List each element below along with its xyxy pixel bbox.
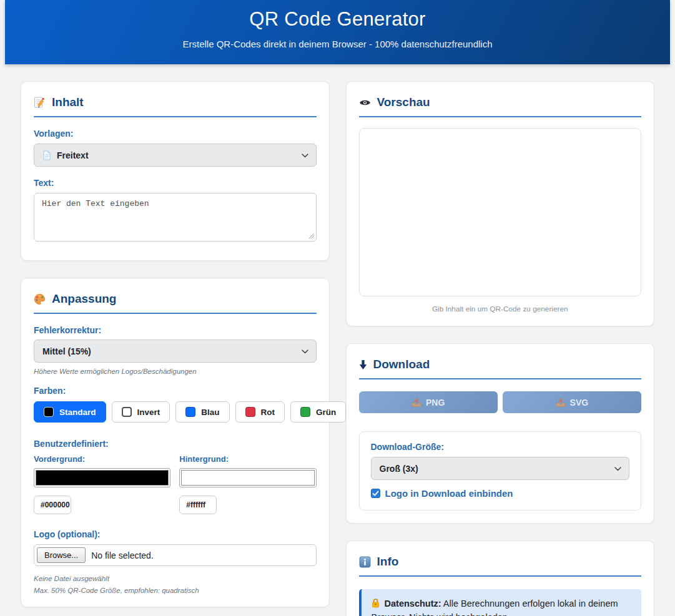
eye-icon: [359, 99, 371, 107]
templates-label: Vorlagen:: [34, 129, 317, 139]
color-preset-rot[interactable]: Rot: [235, 401, 285, 423]
download-png-button[interactable]: PNG: [359, 391, 498, 413]
background-hex-input[interactable]: [179, 496, 217, 514]
checkbox-checked-icon[interactable]: [371, 489, 380, 498]
download-size-label: Download-Größe:: [371, 442, 630, 452]
download-card: Download PNG SVG: [346, 343, 655, 524]
info-icon: [359, 556, 371, 568]
left-column: Inhalt Vorlagen: Freitext Text:: [21, 81, 330, 607]
page-title: QR Code Generator: [5, 0, 670, 31]
custom-colors-label: Benutzerdefiniert:: [34, 439, 317, 449]
main-content: Inhalt Vorlagen: Freitext Text:: [5, 64, 670, 616]
download-svg-button[interactable]: SVG: [503, 391, 641, 413]
color-preset-standard[interactable]: Standard: [34, 401, 106, 423]
qr-preview-box: [359, 128, 642, 296]
color-swatch: [44, 407, 54, 417]
chevron-down-icon: [302, 350, 308, 354]
customize-card-title: Anpassung: [34, 292, 317, 314]
color-swatch: [122, 407, 132, 417]
content-card-title: Inhalt: [34, 95, 317, 117]
file-hint-1: Keine Datei ausgewählt: [34, 575, 317, 582]
download-buttons-row: PNG SVG: [359, 391, 642, 413]
chevron-down-icon: [614, 467, 621, 471]
lock-icon: [372, 599, 380, 608]
text-label: Text:: [34, 178, 317, 188]
download-card-title: Download: [359, 358, 642, 379]
templates-select[interactable]: Freitext: [34, 144, 317, 167]
color-swatch: [185, 407, 195, 417]
privacy-alert: Datenschutz: Alle Berechnungen erfolgen …: [359, 589, 642, 616]
logo-include-checkbox-row[interactable]: Logo in Download einbinden: [371, 488, 630, 499]
foreground-label: Vordergrund:: [34, 454, 170, 464]
download-size-select[interactable]: Groß (3x): [371, 457, 630, 480]
content-card: Inhalt Vorlagen: Freitext Text:: [21, 81, 330, 261]
logo-file-input[interactable]: Browse... No file selected.: [34, 544, 317, 566]
foreground-color-fill: [36, 470, 169, 486]
preview-empty-hint: Gib Inhalt ein um QR-Code zu generieren: [359, 305, 642, 313]
color-preset-invert[interactable]: Invert: [112, 401, 170, 423]
background-color-picker[interactable]: [179, 468, 316, 487]
logo-label: Logo (optional):: [34, 529, 317, 539]
foreground-color-picker[interactable]: [34, 468, 170, 487]
preview-card: Vorschau Gib Inhalt ein um QR-Code zu ge…: [346, 81, 655, 326]
logo-include-checkbox-label[interactable]: Logo in Download einbinden: [385, 488, 513, 499]
color-swatch: [300, 407, 310, 417]
palette-icon: [34, 293, 46, 305]
chevron-down-icon: [302, 154, 308, 158]
file-hint-2: Max. 50% QR-Code Größe, empfohlen: quadr…: [34, 587, 317, 594]
background-label: Hintergrund:: [179, 454, 316, 464]
color-preset-row: Standard Invert Blau Rot Grün: [34, 401, 317, 423]
error-correction-label: Fehlerkorrektur:: [34, 325, 317, 335]
download-arrow-icon: [359, 359, 367, 370]
browse-button[interactable]: Browse...: [37, 547, 86, 563]
download-options-box: Download-Größe: Groß (3x) Logo in Downlo…: [359, 431, 642, 511]
app-header: QR Code Generator Erstelle QR-Codes dire…: [5, 0, 670, 64]
document-icon: [42, 150, 51, 160]
color-preset-blau[interactable]: Blau: [175, 401, 229, 423]
right-column: Vorschau Gib Inhalt ein um QR-Code zu ge…: [346, 81, 655, 616]
customize-card: Anpassung Fehlerkorrektur: Mittel (15%) …: [21, 278, 330, 607]
background-color-fill: [181, 470, 314, 486]
privacy-alert-bold: Datenschutz:: [385, 599, 441, 609]
error-correction-hint: Höhere Werte ermöglichen Logos/Beschädig…: [34, 368, 317, 375]
file-status-text: No file selected.: [91, 550, 154, 560]
colors-label: Farben:: [34, 386, 317, 396]
info-card-title: Info: [359, 555, 642, 577]
error-correction-select[interactable]: Mittel (15%): [34, 340, 317, 363]
color-preset-gruen[interactable]: Grün: [290, 401, 346, 423]
inbox-tray-icon: [556, 398, 566, 407]
memo-icon: [34, 97, 46, 109]
info-card: Info Datenschutz: Alle Berechnungen erfo…: [346, 540, 655, 616]
color-swatch: [245, 407, 255, 417]
inbox-tray-icon: [411, 398, 421, 407]
text-input[interactable]: [34, 193, 317, 242]
page-subtitle: Erstelle QR-Codes direkt in deinem Brows…: [5, 39, 670, 49]
preview-card-title: Vorschau: [359, 95, 642, 117]
foreground-hex-input[interactable]: [34, 496, 71, 514]
